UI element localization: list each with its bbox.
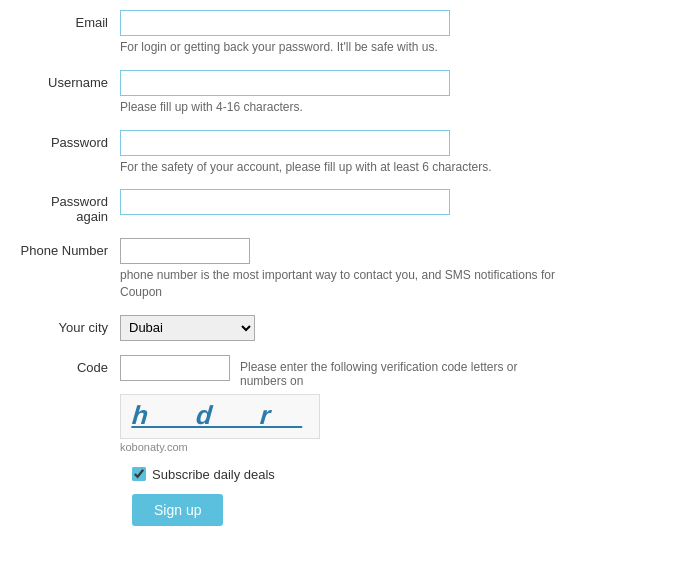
password-label: Password [20,130,120,150]
email-row: Email For login or getting back your pas… [20,10,659,56]
city-select[interactable]: Dubai Abu Dhabi Sharjah Ajman Ras Al Kha… [120,315,255,341]
email-label: Email [20,10,120,30]
password-again-label: Password again [20,189,120,224]
city-row: Your city Dubai Abu Dhabi Sharjah Ajman … [20,315,659,341]
username-hint: Please fill up with 4-16 characters. [120,99,580,116]
subscribe-label[interactable]: Subscribe daily deals [152,467,275,482]
phone-input[interactable] [120,238,250,264]
password-again-row: Password again [20,189,659,224]
code-content: Please enter the following verification … [120,355,580,453]
password-content: For the safety of your account, please f… [120,130,580,176]
code-input-row: Please enter the following verification … [120,355,580,388]
username-input[interactable] [120,70,450,96]
password-again-content [120,189,580,215]
code-row: Code Please enter the following verifica… [20,355,659,453]
phone-row: Phone Number phone number is the most im… [20,238,659,301]
email-hint: For login or getting back your password.… [120,39,580,56]
email-input[interactable] [120,10,450,36]
captcha-image: h d r s [120,394,320,439]
password-row: Password For the safety of your account,… [20,130,659,176]
password-hint: For the safety of your account, please f… [120,159,580,176]
code-hint: Please enter the following verification … [240,355,560,388]
username-row: Username Please fill up with 4-16 charac… [20,70,659,116]
code-input[interactable] [120,355,230,381]
signup-button[interactable]: Sign up [132,494,223,526]
captcha-domain: kobonaty.com [120,441,580,453]
phone-hint: phone number is the most important way t… [120,267,580,301]
city-label: Your city [20,315,120,335]
captcha-text: h d r s [128,400,320,439]
username-content: Please fill up with 4-16 characters. [120,70,580,116]
username-label: Username [20,70,120,90]
subscribe-row: Subscribe daily deals [132,467,659,482]
email-content: For login or getting back your password.… [120,10,580,56]
password-again-input[interactable] [120,189,450,215]
code-label: Code [20,355,120,375]
subscribe-checkbox[interactable] [132,467,146,481]
password-input[interactable] [120,130,450,156]
phone-label: Phone Number [20,238,120,258]
phone-content: phone number is the most important way t… [120,238,580,301]
city-content: Dubai Abu Dhabi Sharjah Ajman Ras Al Kha… [120,315,580,341]
